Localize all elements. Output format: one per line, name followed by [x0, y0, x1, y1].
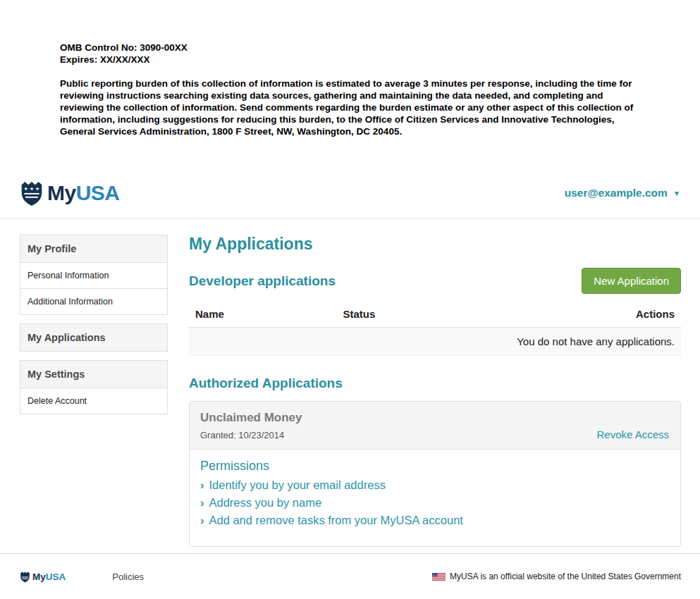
chevron-right-icon: › — [200, 478, 204, 491]
chevron-right-icon: › — [200, 496, 204, 509]
footer-myusa-logo[interactable]: MyUSA — [20, 571, 66, 583]
sidebar-header-my-profile[interactable]: My Profile — [20, 235, 167, 262]
permissions-list: ›Identify you by your email address ›Add… — [200, 476, 670, 529]
sidebar-header-my-settings[interactable]: My Settings — [20, 361, 167, 388]
table-header-row: Name Status Actions — [189, 302, 681, 328]
omb-control-no: OMB Control No: 3090-00XX — [60, 42, 644, 54]
page: OMB Control No: 3090-00XX Expires: XX/XX… — [0, 42, 700, 547]
authorized-app-card: Unclaimed Money Granted: 10/23/2014 Revo… — [189, 401, 681, 547]
footer-logo-text-usa: USA — [46, 572, 66, 582]
content: My Profile Personal Information Addition… — [0, 219, 700, 547]
permission-text: Add and remove tasks from your MyUSA acc… — [209, 514, 463, 526]
main-panel: My Applications Developer applications N… — [189, 235, 681, 547]
permission-item[interactable]: ›Address you by name — [200, 494, 670, 512]
permission-item[interactable]: ›Add and remove tasks from your MyUSA ac… — [200, 512, 670, 529]
column-header-status: Status — [336, 302, 533, 328]
site-header: ★ ★ ★ MyUSA user@example.com ▼ — [0, 167, 700, 219]
site-footer: MyUSA Policies — [0, 553, 700, 599]
developer-applications-heading: Developer applications — [189, 273, 336, 289]
authorized-app-card-header: Unclaimed Money Granted: 10/23/2014 Revo… — [190, 402, 680, 450]
caret-down-icon: ▼ — [673, 190, 680, 197]
permission-text: Address you by name — [209, 496, 322, 509]
authorized-applications-heading: Authorized Applications — [189, 376, 681, 391]
column-header-actions: Actions — [534, 302, 681, 328]
sidebar-group-my-settings: My Settings Delete Account — [20, 360, 168, 414]
chevron-right-icon: › — [200, 514, 204, 526]
sidebar-item-personal-information[interactable]: Personal Information — [20, 262, 167, 288]
svg-text:★ ★ ★: ★ ★ ★ — [24, 185, 39, 191]
omb-expires: Expires: XX/XX/XXX — [60, 54, 644, 66]
user-email: user@example.com — [565, 187, 668, 199]
footer-logo-text-my: My — [32, 572, 46, 582]
authorized-app-card-body: Permissions ›Identify you by your email … — [190, 450, 680, 546]
official-site-note: MyUSA is an official website of the Unit… — [432, 572, 681, 581]
sidebar: My Profile Personal Information Addition… — [20, 235, 168, 423]
column-header-name: Name — [189, 302, 336, 328]
shield-icon — [20, 571, 32, 583]
revoke-access-link[interactable]: Revoke Access — [596, 428, 669, 440]
sidebar-group-my-profile: My Profile Personal Information Addition… — [20, 235, 168, 315]
table-row: You do not have any applications. — [189, 328, 681, 356]
user-menu[interactable]: user@example.com ▼ — [565, 187, 680, 199]
new-application-button[interactable]: New Application — [582, 268, 681, 294]
page-title: My Applications — [189, 235, 681, 254]
permission-item[interactable]: ›Identify you by your email address — [200, 476, 670, 494]
sidebar-item-delete-account[interactable]: Delete Account — [20, 388, 167, 414]
policies-link[interactable]: Policies — [112, 572, 144, 582]
permission-text: Identify you by your email address — [209, 478, 386, 491]
omb-notice: OMB Control No: 3090-00XX Expires: XX/XX… — [60, 42, 644, 137]
myusa-logo[interactable]: ★ ★ ★ MyUSA — [20, 180, 120, 206]
developer-applications-section-head: Developer applications New Application — [189, 268, 681, 294]
sidebar-group-my-applications: My Applications — [20, 323, 168, 352]
sidebar-item-additional-information[interactable]: Additional Information — [20, 288, 167, 314]
permissions-title: Permissions — [200, 459, 670, 474]
logo-text-usa: USA — [76, 181, 120, 205]
developer-applications-table: Name Status Actions You do not have any … — [189, 302, 681, 356]
us-flag-icon — [432, 573, 450, 581]
app-name: Unclaimed Money — [200, 411, 670, 425]
logo-text-my: My — [47, 181, 76, 205]
empty-applications-message: You do not have any applications. — [189, 328, 681, 356]
omb-burden-text: Public reporting burden of this collecti… — [60, 78, 644, 137]
sidebar-header-my-applications[interactable]: My Applications — [20, 324, 167, 351]
shield-icon: ★ ★ ★ — [20, 180, 47, 206]
official-text: MyUSA is an official website of the Unit… — [450, 572, 681, 581]
